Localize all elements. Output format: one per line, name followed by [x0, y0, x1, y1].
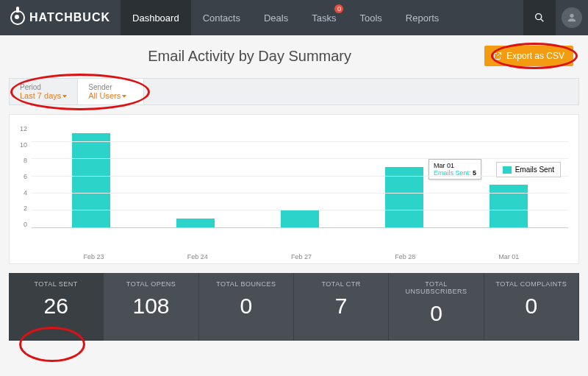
stat-card: TOTAL UNSUBSCRIBERS0: [389, 273, 484, 341]
nav-label: Reports: [406, 13, 440, 24]
y-tick: 6: [24, 173, 27, 180]
chart-plot: Mar 01 Emails Sent: 5: [32, 125, 568, 228]
bar-wrap: [483, 185, 534, 227]
stat-label: TOTAL COMPLAINTS: [490, 280, 573, 288]
svg-point-0: [536, 14, 542, 20]
y-tick: 0: [24, 221, 27, 228]
y-axis: 121086420: [20, 125, 32, 228]
chevron-down-icon: [122, 95, 126, 98]
stat-value: 0: [205, 294, 287, 319]
filter-period[interactable]: Period Last 7 days: [10, 79, 78, 104]
filter-period-value: Last 7 days: [20, 91, 67, 100]
bar-wrap: [65, 133, 117, 227]
export-label: Export as CSV: [506, 51, 564, 61]
chart-bar[interactable]: [385, 167, 423, 227]
y-tick: 4: [24, 189, 27, 196]
nav-reports[interactable]: Reports: [394, 0, 451, 35]
tooltip-x: Mar 01: [434, 162, 476, 169]
stat-label: TOTAL OPENS: [110, 280, 192, 288]
bar-wrap: [170, 219, 221, 227]
nav-label: Tools: [359, 13, 381, 24]
y-tick: 12: [20, 125, 27, 132]
nav-deals[interactable]: Deals: [252, 0, 300, 35]
x-tick: Feb 27: [276, 253, 327, 260]
nav-label: Contacts: [203, 13, 240, 24]
grid-line: [32, 141, 568, 142]
chart-bars: [32, 125, 568, 227]
nav-tasks[interactable]: Tasks0: [300, 0, 348, 35]
stat-card: TOTAL SENT26: [9, 273, 104, 341]
avatar-icon: [562, 7, 582, 28]
legend-label: Emails Sent: [515, 166, 554, 174]
chart-area: 121086420 Mar 01 Emails Sent: 5 Emails S…: [20, 125, 568, 250]
grid-line: [32, 158, 568, 159]
search-button[interactable]: [523, 0, 556, 35]
chart-tooltip: Mar 01 Emails Sent: 5: [429, 159, 481, 180]
top-nav: HATCHBUCK Dashboard Contacts Deals Tasks…: [0, 0, 588, 35]
stat-label: TOTAL BOUNCES: [205, 280, 287, 288]
stat-value: 0: [395, 301, 477, 326]
nav-dashboard[interactable]: Dashboard: [121, 0, 191, 35]
export-csv-button[interactable]: Export as CSV: [484, 46, 573, 66]
nav-label: Tasks: [312, 13, 336, 24]
x-tick: Feb 23: [68, 253, 120, 260]
stat-card: TOTAL COMPLAINTS0: [484, 273, 579, 341]
brand-text: HATCHBUCK: [29, 11, 110, 24]
grid-line: [32, 210, 568, 210]
chart-bar[interactable]: [72, 133, 110, 227]
user-menu[interactable]: [556, 0, 588, 35]
brand[interactable]: HATCHBUCK: [0, 10, 121, 25]
x-tick: Feb 28: [379, 253, 431, 260]
y-tick: 8: [24, 157, 27, 164]
x-tick: Mar 01: [483, 253, 534, 260]
chart-legend[interactable]: Emails Sent: [496, 162, 561, 177]
nav-label: Deals: [264, 13, 288, 24]
page-title: Email Activity by Day Summary: [15, 48, 484, 65]
svg-point-2: [570, 14, 573, 18]
chart-bar[interactable]: [490, 185, 528, 227]
filter-sender[interactable]: Sender All Users: [78, 79, 144, 104]
nav-contacts[interactable]: Contacts: [191, 0, 252, 35]
chevron-down-icon: [62, 95, 67, 98]
nav-tools[interactable]: Tools: [348, 0, 393, 35]
nav-right: [523, 0, 588, 35]
chart-card: 121086420 Mar 01 Emails Sent: 5 Emails S…: [9, 114, 579, 264]
stat-card: TOTAL CTR7: [294, 273, 389, 341]
stats-bar: TOTAL SENT26TOTAL OPENS108TOTAL BOUNCES0…: [9, 273, 579, 341]
chart-bar[interactable]: [281, 210, 319, 227]
export-icon: [493, 52, 502, 60]
stat-label: TOTAL UNSUBSCRIBERS: [395, 280, 477, 295]
stat-label: TOTAL CTR: [300, 280, 382, 288]
filter-bar: Period Last 7 days Sender All Users: [9, 78, 579, 105]
chart-bar[interactable]: [176, 219, 215, 227]
svg-line-1: [541, 19, 544, 22]
stat-card: TOTAL BOUNCES0: [199, 273, 294, 341]
y-tick: 10: [20, 141, 27, 149]
stat-label: TOTAL SENT: [15, 280, 97, 288]
filter-period-label: Period: [20, 83, 67, 91]
tasks-badge: 0: [334, 4, 343, 13]
filter-sender-value: All Users: [88, 91, 133, 100]
title-row: Email Activity by Day Summary Export as …: [0, 35, 588, 74]
y-tick: 2: [24, 205, 27, 212]
bar-wrap: [379, 167, 430, 227]
grid-line: [32, 193, 568, 194]
grid-line: [32, 176, 568, 177]
bar-wrap: [274, 210, 326, 227]
nav-items: Dashboard Contacts Deals Tasks0 Tools Re…: [121, 0, 451, 35]
nav-label: Dashboard: [132, 13, 179, 24]
x-axis: Feb 23Feb 24Feb 27Feb 28Mar 01: [20, 250, 568, 260]
x-tick: Feb 24: [172, 253, 223, 260]
stat-value: 108: [110, 294, 192, 319]
stat-value: 26: [15, 294, 97, 319]
legend-swatch: [503, 166, 512, 174]
brand-icon: [10, 10, 25, 25]
filter-sender-label: Sender: [88, 83, 133, 91]
stat-card: TOTAL OPENS108: [104, 273, 198, 341]
stat-value: 0: [490, 294, 573, 319]
stat-value: 7: [300, 294, 382, 319]
search-icon: [534, 12, 545, 24]
